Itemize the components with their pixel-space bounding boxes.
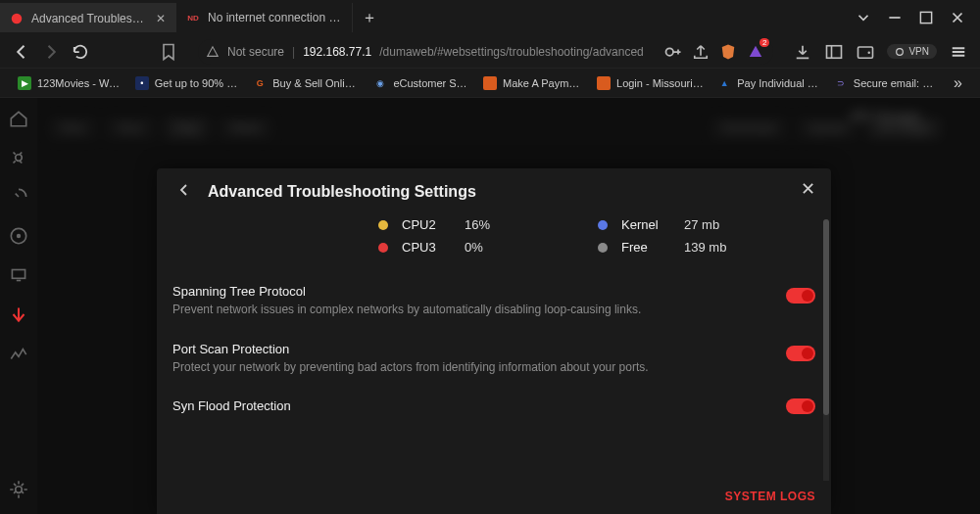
app-sidebar [0, 98, 37, 514]
brave-rewards-icon[interactable]: 2 [746, 42, 765, 62]
tab-favicon: ND [186, 11, 200, 24]
svg-point-6 [897, 48, 904, 55]
tab-active[interactable]: Advanced Troubleshooting Settin ✕ [0, 3, 176, 32]
tab-strip: Advanced Troubleshooting Settin ✕ ND No … [0, 0, 382, 35]
dot-icon [598, 243, 608, 253]
bookmark-favicon [597, 76, 611, 90]
bookmark-item[interactable]: ▲Pay Individual Inco... [711, 73, 826, 93]
sidebar-traffic-icon[interactable] [8, 343, 29, 364]
setting-title: Syn Flood Protection [172, 398, 291, 413]
setting-syn-flood: Syn Flood Protection [172, 389, 815, 431]
toggle-switch[interactable] [786, 398, 815, 414]
bookmark-item[interactable]: ⊃Secure email: Proto... [828, 73, 946, 93]
sidebar-home-icon[interactable] [8, 108, 29, 129]
bookmark-favicon: • [135, 76, 149, 90]
tab-title: Advanced Troubleshooting Settin [31, 12, 148, 25]
setting-desc: Prevent network issues in complex networ… [172, 303, 641, 318]
nav-forward-icon[interactable] [41, 42, 61, 62]
stat-cpu3: CPU30% [378, 240, 490, 255]
new-tab-button[interactable]: ＋ [357, 5, 382, 30]
svg-point-7 [16, 155, 23, 162]
toolbar-right: VPN [793, 42, 968, 62]
bookmark-icon[interactable] [159, 42, 178, 62]
toggle-switch[interactable] [786, 288, 815, 304]
stat-kernel: Kernel27 mb [598, 217, 726, 232]
omnibox[interactable]: Not secure | 192.168.77.1/dumaweb/#webse… [198, 39, 773, 65]
window-controls [841, 9, 980, 26]
download-icon[interactable] [793, 42, 812, 62]
key-icon[interactable] [663, 42, 683, 62]
sidebar-settings-icon[interactable] [8, 479, 29, 500]
dot-icon [378, 243, 388, 253]
system-stats: CPU216% CPU30% Kernel27 mb Free139 mb [172, 217, 815, 274]
nav-back-icon[interactable] [12, 42, 31, 62]
dot-icon [598, 220, 608, 230]
close-icon[interactable]: ✕ [801, 178, 815, 200]
bookmark-item[interactable]: •Get up to 90% off b... [129, 73, 246, 93]
bookmark-item[interactable]: Login - Missouri: Re... [591, 73, 710, 93]
page-content: NowHour DayWeek DownloadUpload All Usage… [0, 98, 980, 514]
sidebar-network-icon[interactable] [8, 304, 29, 325]
minimize-icon[interactable] [886, 9, 904, 26]
bookmark-favicon: ▶ [18, 76, 31, 90]
setting-spanning-tree: Spanning Tree ProtocolPrevent network is… [172, 274, 815, 332]
dot-icon [378, 220, 388, 230]
bookmark-item[interactable]: GBuy & Sell Online: P... [247, 73, 366, 93]
sidebar-connection-icon[interactable] [8, 147, 29, 168]
not-secure-icon [206, 45, 220, 59]
tab-title: No internet connection - Netduma R [208, 11, 342, 24]
maximize-icon[interactable] [917, 9, 935, 26]
setting-title: Spanning Tree Protocol [172, 284, 641, 299]
tab-inactive[interactable]: ND No internet connection - Netduma R [176, 3, 353, 32]
vpn-icon [895, 47, 905, 57]
bookmark-favicon: ⊃ [834, 76, 848, 90]
wallet-icon[interactable] [856, 42, 875, 62]
system-logs-button[interactable]: SYSTEM LOGS [725, 490, 815, 503]
setting-port-scan: Port Scan ProtectionProtect your network… [172, 332, 815, 390]
bookmark-item[interactable]: ▶123Movies - Watch... [12, 73, 127, 93]
svg-point-5 [868, 51, 871, 54]
sidebar-speed-icon[interactable] [8, 186, 29, 208]
share-icon[interactable] [691, 42, 710, 62]
address-bar: Not secure | 192.168.77.1/dumaweb/#webse… [0, 35, 980, 69]
vpn-button[interactable]: VPN [887, 44, 937, 59]
stat-free: Free139 mb [598, 240, 726, 255]
bookmark-item[interactable]: Make A Payment -... [477, 73, 589, 93]
menu-icon[interactable] [949, 42, 968, 62]
svg-point-2 [666, 48, 674, 56]
modal-header: Advanced Troubleshooting Settings [172, 176, 815, 217]
bookmarks-overflow-icon[interactable]: » [948, 74, 968, 92]
setting-title: Port Scan Protection [172, 342, 649, 356]
svg-rect-10 [12, 270, 24, 279]
bookmark-favicon [483, 76, 497, 90]
bookmark-favicon: ▲ [717, 76, 731, 90]
modal-title: Advanced Troubleshooting Settings [208, 183, 476, 201]
bookmarks-bar: ▶123Movies - Watch... •Get up to 90% off… [0, 69, 980, 98]
svg-rect-1 [920, 12, 931, 23]
settings-modal: Advanced Troubleshooting Settings ✕ CPU2… [157, 168, 831, 514]
bookmark-item[interactable]: ◉eCustomer Service [368, 73, 475, 93]
close-icon[interactable]: ✕ [156, 12, 166, 25]
url-path: /dumaweb/#websettings/troubleshooting/ad… [379, 45, 644, 59]
browser-titlebar: Advanced Troubleshooting Settin ✕ ND No … [0, 0, 980, 35]
back-icon[interactable] [176, 182, 192, 202]
scrollbar-thumb[interactable] [823, 219, 829, 415]
sidebar-ping-icon[interactable] [8, 225, 29, 247]
security-label: Not secure [227, 45, 284, 59]
setting-desc: Protect your network by preventing bad a… [172, 360, 649, 376]
scrollbar[interactable] [823, 219, 829, 481]
sidebar-toggle-icon[interactable] [824, 42, 844, 62]
brave-shield-icon[interactable] [718, 42, 738, 62]
svg-point-0 [12, 14, 23, 24]
sidebar-devices-icon[interactable] [8, 264, 29, 286]
close-window-icon[interactable] [949, 9, 966, 26]
url-host: 192.168.77.1 [303, 45, 371, 59]
modal-footer: SYSTEM LOGS [157, 481, 831, 514]
stat-cpu2: CPU216% [378, 217, 490, 232]
reload-icon[interactable] [71, 42, 90, 62]
chevron-down-icon[interactable] [855, 9, 872, 26]
svg-point-9 [17, 234, 21, 238]
svg-rect-4 [858, 47, 873, 58]
toggle-switch[interactable] [786, 346, 815, 361]
bookmark-favicon: ◉ [373, 76, 387, 90]
